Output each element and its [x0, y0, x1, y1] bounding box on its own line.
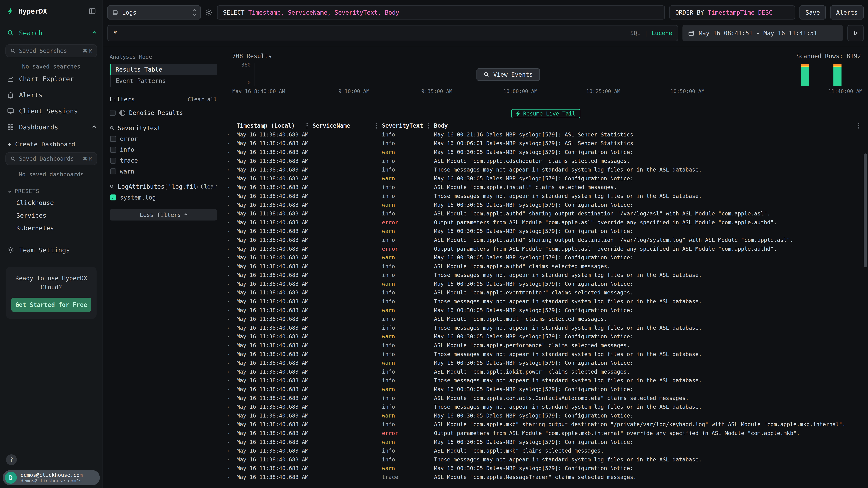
preset-item-services[interactable]: Services: [0, 209, 102, 222]
run-query-button[interactable]: [847, 25, 864, 41]
filter-option-trace[interactable]: trace: [110, 157, 217, 164]
log-row[interactable]: ›May 16 11:38:40.683 AMinfoASL Module "c…: [223, 367, 868, 376]
expand-row-icon[interactable]: ›: [223, 404, 237, 410]
filter-option-warn[interactable]: warn: [110, 168, 217, 175]
log-row[interactable]: ›May 16 11:38:40.683 AMwarnMay 16 00:30:…: [223, 306, 868, 315]
select-clause-input[interactable]: SELECTTimestamp, ServiceName, SeverityTe…: [217, 5, 665, 20]
expand-row-icon[interactable]: ›: [223, 316, 237, 322]
expand-row-icon[interactable]: ›: [223, 386, 237, 392]
lang-lucene-toggle[interactable]: Lucene: [652, 30, 672, 36]
log-row[interactable]: ›May 16 11:38:40.683 AMinfoASL Module "c…: [223, 157, 868, 165]
log-row[interactable]: ›May 16 11:38:40.683 AMinfoMay 16 00:21:…: [223, 130, 868, 139]
log-row[interactable]: ›May 16 11:38:40.683 AMinfoMay 16 00:06:…: [223, 139, 868, 148]
expand-row-icon[interactable]: ›: [223, 474, 237, 480]
source-select[interactable]: Logs: [107, 5, 201, 20]
get-started-button[interactable]: Get Started for Free: [11, 298, 91, 312]
filter-option-error[interactable]: error: [110, 135, 217, 142]
expand-row-icon[interactable]: ›: [223, 167, 237, 172]
log-row[interactable]: ›May 16 11:38:40.683 AMwarnMay 16 00:30:…: [223, 174, 868, 183]
expand-row-icon[interactable]: ›: [223, 448, 237, 453]
log-row[interactable]: ›May 16 11:38:40.683 AMinfoThose message…: [223, 165, 868, 174]
log-row[interactable]: ›May 16 11:38:40.683 AMinfoASL Module "c…: [223, 446, 868, 455]
expand-row-icon[interactable]: ›: [223, 457, 237, 462]
sidebar-item-chart-explorer[interactable]: Chart Explorer: [0, 71, 102, 87]
denoise-results-toggle[interactable]: Denoise Results: [110, 109, 217, 117]
table-menu-icon[interactable]: [858, 123, 859, 129]
log-row[interactable]: ›May 16 11:38:40.683 AMerrorOutput param…: [223, 245, 868, 253]
column-menu-icon[interactable]: [428, 123, 429, 129]
column-header-severitytext[interactable]: SeverityText: [382, 122, 434, 129]
log-row[interactable]: ›May 16 11:38:40.683 AMinfoASL Module "c…: [223, 315, 868, 323]
source-settings-gear-icon[interactable]: [205, 9, 213, 16]
view-events-button[interactable]: View Events: [476, 68, 540, 81]
log-row[interactable]: ›May 16 11:38:40.683 AMwarnMay 16 00:30:…: [223, 200, 868, 209]
log-row[interactable]: ›May 16 11:38:40.683 AMinfoThose message…: [223, 402, 868, 411]
expand-row-icon[interactable]: ›: [223, 202, 237, 208]
log-row[interactable]: ›May 16 11:38:40.683 AMwarnMay 16 00:30:…: [223, 411, 868, 420]
log-row[interactable]: ›May 16 11:38:40.683 AMinfoThose message…: [223, 376, 868, 385]
filter-option-system-log[interactable]: ✓system.log: [110, 194, 217, 201]
log-row[interactable]: ›May 16 11:38:40.683 AMinfoThose message…: [223, 350, 868, 359]
sidebar-item-client-sessions[interactable]: Client Sessions: [0, 103, 102, 119]
log-row[interactable]: ›May 16 11:38:40.683 AMinfoASL Module "c…: [223, 420, 868, 429]
log-row[interactable]: ›May 16 11:38:40.683 AMwarnMay 16 00:30:…: [223, 385, 868, 394]
column-header-body[interactable]: Body: [434, 122, 858, 129]
sidebar-item-team-settings[interactable]: Team Settings: [0, 242, 102, 258]
saved-dashboards-input[interactable]: Saved Dashboards ⌘ K: [5, 152, 97, 165]
date-range-picker[interactable]: May 16 08:41:51 - May 16 11:41:51: [682, 25, 843, 41]
expand-row-icon[interactable]: ›: [223, 220, 237, 225]
user-menu[interactable]: D demos@clickhouse.com demos@clickhouse.…: [3, 470, 100, 485]
expand-row-icon[interactable]: ›: [223, 140, 237, 146]
expand-row-icon[interactable]: ›: [223, 413, 237, 418]
sidebar-item-search[interactable]: Search: [0, 25, 102, 41]
log-row[interactable]: ›May 16 11:38:40.683 AMinfoThose message…: [223, 192, 868, 200]
orderby-input[interactable]: ORDER BYTimestampTime DESC: [669, 5, 795, 20]
log-row[interactable]: ›May 16 11:38:40.683 AMinfoThose message…: [223, 455, 868, 464]
expand-row-icon[interactable]: ›: [223, 360, 237, 366]
search-query-input[interactable]: * SQL | Lucene: [107, 25, 678, 41]
expand-row-icon[interactable]: ›: [223, 307, 237, 313]
log-row[interactable]: ›May 16 11:38:40.683 AMwarnMay 16 00:30:…: [223, 358, 868, 367]
expand-row-icon[interactable]: ›: [223, 465, 237, 471]
vertical-scrollbar[interactable]: [864, 154, 867, 267]
expand-row-icon[interactable]: ›: [223, 184, 237, 190]
expand-row-icon[interactable]: ›: [223, 272, 237, 278]
expand-row-icon[interactable]: ›: [223, 325, 237, 331]
expand-row-icon[interactable]: ›: [223, 237, 237, 243]
expand-row-icon[interactable]: ›: [223, 439, 237, 445]
clear-filter-link[interactable]: Clear: [201, 184, 217, 190]
log-row[interactable]: ›May 16 11:38:40.683 AMinfoThose message…: [223, 271, 868, 280]
expand-row-icon[interactable]: ›: [223, 149, 237, 155]
preset-item-clickhouse[interactable]: Clickhouse: [0, 196, 102, 209]
log-row[interactable]: ›May 16 11:38:40.683 AMinfoASL Module "c…: [223, 209, 868, 218]
log-row[interactable]: ›May 16 11:38:40.683 AMinfoThose message…: [223, 297, 868, 306]
log-row[interactable]: ›May 16 11:38:40.683 AMinfoASL Module "c…: [223, 262, 868, 271]
log-row[interactable]: ›May 16 11:38:40.683 AMwarnMay 16 00:30:…: [223, 332, 868, 341]
log-row[interactable]: ›May 16 11:38:40.683 AMinfoASL Module "c…: [223, 341, 868, 350]
log-row[interactable]: ›May 16 11:38:40.683 AMwarnMay 16 00:30:…: [223, 464, 868, 473]
expand-row-icon[interactable]: ›: [223, 343, 237, 348]
log-row[interactable]: ›May 16 11:38:40.683 AMinfoASL Module "c…: [223, 235, 868, 245]
expand-row-icon[interactable]: ›: [223, 422, 237, 427]
expand-row-icon[interactable]: ›: [223, 255, 237, 260]
presets-section-toggle[interactable]: PRESETS: [0, 179, 102, 196]
expand-row-icon[interactable]: ›: [223, 228, 237, 234]
saved-searches-input[interactable]: Saved Searches ⌘ K: [5, 44, 97, 57]
log-row[interactable]: ›May 16 11:38:40.683 AMtraceASL Module "…: [223, 473, 868, 482]
expand-row-icon[interactable]: ›: [223, 281, 237, 287]
expand-row-icon[interactable]: ›: [223, 158, 237, 164]
analysis-mode-event-patterns[interactable]: Event Patterns: [110, 75, 217, 87]
checkbox[interactable]: [110, 147, 116, 153]
expand-row-icon[interactable]: ›: [223, 211, 237, 216]
expand-row-icon[interactable]: ›: [223, 299, 237, 304]
log-row[interactable]: ›May 16 11:38:40.683 AMwarnMay 16 00:30:…: [223, 227, 868, 236]
log-row[interactable]: ›May 16 11:38:40.683 AMerrorOutput param…: [223, 429, 868, 437]
log-row[interactable]: ›May 16 11:38:40.683 AMinfoASL Module "c…: [223, 183, 868, 192]
lang-sql-toggle[interactable]: SQL: [630, 30, 641, 36]
checkbox[interactable]: [110, 136, 116, 142]
expand-row-icon[interactable]: ›: [223, 395, 237, 401]
expand-row-icon[interactable]: ›: [223, 430, 237, 436]
expand-row-icon[interactable]: ›: [223, 193, 237, 199]
checkbox[interactable]: [110, 110, 116, 116]
column-menu-icon[interactable]: [307, 123, 308, 129]
